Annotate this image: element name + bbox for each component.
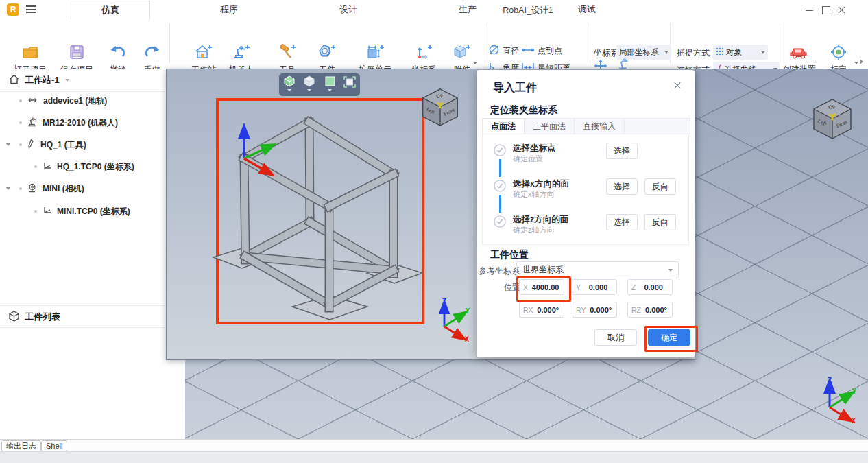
fixture-section-title: 定位装夹坐标系 — [490, 104, 557, 117]
output-log-tab[interactable]: 输出日志 — [1, 440, 41, 452]
snap-mode-select[interactable]: 对象 — [713, 45, 768, 60]
world-axes-triad: Z Y X — [816, 376, 861, 424]
steel-frame-model[interactable] — [208, 97, 441, 323]
position-y-input[interactable]: Y0.000 — [572, 279, 617, 295]
point-to-point-icon — [521, 46, 535, 56]
workstation-root[interactable]: 工作站-1 — [0, 70, 165, 91]
coordinate-frame-plus-icon — [405, 42, 443, 62]
chevron-down-icon — [65, 79, 69, 82]
measure-p2p-button[interactable]: 点到点 — [521, 45, 562, 57]
app-logo: R — [7, 3, 19, 16]
fit-view-button[interactable] — [341, 75, 358, 91]
rotation-rz-input[interactable]: RZ0.000° — [627, 302, 673, 318]
collapse-chevron-icon[interactable] — [5, 143, 11, 146]
save-icon — [55, 42, 99, 62]
axis-x-label: X — [852, 417, 856, 424]
tab-direct-input[interactable]: 直接输入 — [575, 119, 625, 134]
snap-grid-icon — [716, 47, 724, 57]
wireframe-cube-button[interactable] — [301, 75, 317, 91]
tab-three-plane[interactable]: 三平面法 — [525, 119, 575, 134]
position-section-title: 工件位置 — [490, 249, 529, 261]
collapse-chevron-icon[interactable] — [5, 187, 11, 190]
titlebar: R 仿真 程序 设计 生产 调试 RobAI_设计1 — [0, 0, 868, 20]
steps-panel: 选择坐标点 确定位置 选择 选择x方向的面 确定x轴方向 选择 反向 选择z方向… — [482, 134, 689, 245]
chevron-down-icon — [307, 89, 311, 91]
step1-select-button[interactable]: 选择 — [606, 143, 638, 159]
step1-check-icon — [494, 144, 506, 156]
import-workpiece-dialog: 导入工件 定位装夹坐标系 点面法 三平面法 直接输入 选择坐标点 确定位置 选择… — [477, 70, 695, 357]
shaded-cube-button[interactable] — [281, 75, 298, 91]
tree-item-addevice1[interactable]: addevice1 (地轨) — [19, 94, 107, 108]
preview-axes-triad: Z Y X — [434, 297, 474, 342]
step3-subtitle: 确定z轴方向 — [513, 225, 555, 235]
shell-tab[interactable]: Shell — [41, 440, 67, 452]
step2-subtitle: 确定x轴方向 — [513, 189, 555, 200]
tab-simulation[interactable]: 仿真 — [71, 1, 150, 19]
camera-icon — [27, 183, 38, 195]
tree-item-tool[interactable]: HQ_1 (工具) — [19, 138, 86, 152]
calibrate-dropdown-caret[interactable] — [854, 62, 858, 64]
solid-cube-button[interactable] — [322, 75, 338, 91]
ok-button[interactable]: 确定 — [648, 329, 690, 346]
dialog-title: 导入工件 — [493, 81, 537, 95]
chevron-down-icon — [328, 89, 332, 91]
tab-design[interactable]: 设计 — [309, 1, 387, 19]
maximize-icon[interactable] — [820, 4, 832, 15]
frame-icon — [42, 206, 52, 217]
display-mode-toolbar — [279, 73, 360, 96]
close-icon[interactable] — [673, 81, 682, 91]
home-icon — [9, 74, 19, 86]
axis-y-label: Y — [466, 307, 470, 315]
chevron-down-icon — [287, 89, 291, 91]
step2-check-icon — [494, 180, 506, 192]
view-cube[interactable]: Up Left Front — [811, 97, 854, 140]
menu-icon[interactable] — [26, 5, 36, 13]
position-z-input[interactable]: Z0.000 — [627, 279, 673, 295]
view-cube[interactable]: Up Left Front — [420, 87, 460, 127]
cube-plus-icon — [447, 42, 477, 62]
tab-point-face[interactable]: 点面法 — [483, 119, 525, 134]
ribbon-toolbar: 打开项目 保存项目 撤销 重做 基本 工作站 机器人 工具 工件 扩展单元 坐标… — [0, 19, 868, 69]
folder-icon — [8, 42, 52, 62]
minimize-icon[interactable] — [804, 4, 816, 15]
hexagon-plus-icon — [313, 42, 341, 62]
step3-check-icon — [494, 215, 506, 228]
step3-select-button[interactable]: 选择 — [606, 214, 638, 230]
sidebar: 工作站-1 addevice1 (地轨) MR12-2010 (机器人) HQ_… — [0, 69, 165, 439]
robot-arm-plus-icon — [222, 42, 261, 62]
window-title: RobAI_设计1 — [470, 5, 586, 16]
fixture-method-tabs: 点面法 三平面法 直接输入 — [482, 118, 690, 134]
rotation-ry-input[interactable]: RY0.000° — [572, 302, 617, 318]
tree-item-tool-tcp[interactable]: HQ_1.TCP0 (坐标系) — [34, 160, 134, 174]
cancel-button[interactable]: 取消 — [594, 329, 637, 346]
workpiece-list-header[interactable]: 工件列表 — [0, 307, 165, 327]
step2-invert-button[interactable]: 反向 — [644, 178, 676, 195]
snap-mode-label: 捕捉方式 — [677, 47, 710, 59]
step1-title: 选择坐标点 — [513, 143, 556, 154]
tab-program[interactable]: 程序 — [190, 1, 268, 19]
chevron-down-icon — [668, 269, 673, 272]
bottom-tab-bar: 输出日志 Shell — [0, 439, 868, 452]
axis-z-label: Z — [442, 298, 446, 305]
position-x-input[interactable]: X4000.00 — [519, 279, 564, 295]
step2-title: 选择x方向的面 — [513, 178, 569, 190]
tree-item-robot[interactable]: MR12-2010 (机器人) — [19, 116, 118, 130]
rail-icon — [27, 96, 38, 106]
diameter-icon — [488, 44, 500, 58]
status-bar — [0, 451, 868, 463]
tree-item-camera[interactable]: MINI (相机) — [19, 182, 84, 195]
cube-outline-icon — [9, 311, 19, 324]
close-icon[interactable] — [836, 4, 848, 15]
toolbar-expand-icon[interactable] — [860, 59, 863, 64]
step2-select-button[interactable]: 选择 — [606, 178, 638, 195]
step3-title: 选择z方向的面 — [513, 214, 568, 226]
redo-icon — [138, 42, 166, 62]
attachment-dropdown-caret[interactable] — [473, 62, 477, 64]
house-plus-icon — [184, 42, 223, 62]
robot-icon — [27, 117, 38, 129]
measure-diameter-button[interactable]: 直径 — [488, 45, 519, 57]
step3-invert-button[interactable]: 反向 — [644, 214, 676, 230]
rotation-rx-input[interactable]: RX0.000° — [519, 302, 564, 318]
tree-item-camera-tcp[interactable]: MINI.TCP0 (坐标系) — [34, 204, 130, 218]
car-icon — [780, 42, 819, 62]
